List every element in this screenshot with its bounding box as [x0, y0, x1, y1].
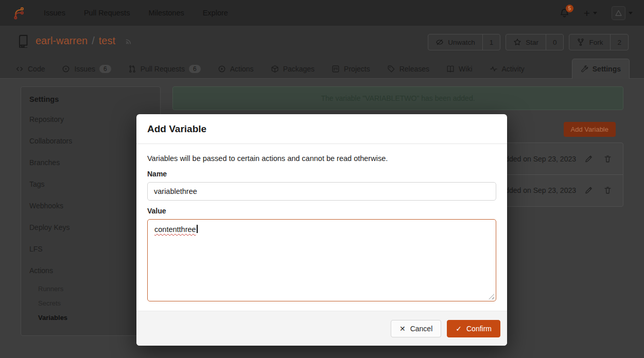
nav-link-milestones[interactable]: Milestones: [148, 9, 184, 17]
tab-label: Issues: [74, 65, 95, 73]
value-text: contentthree: [154, 225, 196, 234]
rss-icon[interactable]: [125, 37, 133, 45]
modal-description: Variables will be passed to certain acti…: [147, 153, 496, 164]
code-icon: [15, 65, 24, 73]
tab-actions[interactable]: Actions: [218, 59, 254, 79]
cancel-label: Cancel: [410, 325, 433, 333]
edit-variable-button[interactable]: [584, 186, 593, 195]
fork-button[interactable]: Fork 2: [569, 34, 629, 50]
chevron-down-icon: [629, 12, 633, 14]
repo-name-link[interactable]: test: [99, 35, 115, 47]
repo-header-area: earl-warren / test Unwatch 1: [0, 26, 644, 79]
delete-variable-button[interactable]: [603, 186, 612, 195]
star-label: Star: [526, 39, 538, 46]
tab-label: Settings: [593, 65, 621, 73]
repo-breadcrumb: earl-warren / test: [36, 35, 115, 47]
star-button[interactable]: Star 0: [506, 34, 564, 50]
book-icon: [446, 65, 455, 73]
plus-icon: +: [584, 8, 590, 19]
confirm-label: Confirm: [466, 325, 492, 333]
repo-icon: [15, 34, 29, 48]
forgejo-logo-icon[interactable]: [11, 6, 25, 20]
nav-link-issues[interactable]: Issues: [44, 9, 65, 17]
variable-name-input[interactable]: [147, 182, 496, 201]
notification-count-badge: 5: [566, 5, 573, 12]
tab-settings[interactable]: Settings: [572, 59, 630, 79]
value-field-label: Value: [147, 207, 496, 215]
variable-value-textarea[interactable]: contentthree: [147, 219, 496, 301]
star-count[interactable]: 0: [546, 34, 564, 50]
wrench-icon: [581, 65, 588, 73]
pencil-icon: [584, 186, 593, 195]
unwatch-label: Unwatch: [448, 39, 475, 46]
trash-icon: [603, 186, 612, 195]
modal-body: Variables will be passed to certain acti…: [136, 144, 507, 301]
tab-label: Packages: [283, 65, 315, 73]
tab-projects[interactable]: Projects: [332, 59, 370, 79]
navbar-right: 5 +: [560, 6, 633, 20]
tab-label: Wiki: [459, 65, 472, 73]
pencil-icon: [584, 154, 593, 163]
tab-label: Code: [28, 65, 45, 73]
tab-wiki[interactable]: Wiki: [446, 59, 472, 79]
pull-request-icon: [128, 65, 136, 73]
text-cursor: [197, 225, 198, 233]
confirm-button[interactable]: ✓ Confirm: [447, 320, 500, 337]
check-icon: ✓: [456, 325, 462, 332]
user-menu-dropdown[interactable]: [612, 6, 633, 20]
eye-slash-icon: [436, 38, 444, 46]
delete-variable-button[interactable]: [603, 154, 612, 163]
tag-icon: [387, 65, 395, 73]
repo-owner-link[interactable]: earl-warren: [36, 35, 88, 47]
trash-icon: [603, 154, 612, 163]
create-new-dropdown[interactable]: +: [584, 8, 597, 19]
play-circle-icon: [218, 65, 226, 73]
notifications-button[interactable]: 5: [560, 8, 569, 18]
breadcrumb-separator: /: [92, 35, 95, 47]
tab-label: Releases: [399, 65, 429, 73]
fork-icon: [577, 38, 585, 46]
flash-text: The variable "VARIABLETWO" has been adde…: [321, 94, 475, 102]
repo-tab-bar: Code Issues 6 Pull Requests 6 Actions: [15, 59, 630, 79]
chevron-down-icon: [593, 12, 597, 14]
avatar: [612, 6, 625, 20]
package-icon: [271, 65, 279, 73]
nav-link-pull-requests[interactable]: Pull Requests: [84, 9, 130, 17]
tab-pull-requests[interactable]: Pull Requests 6: [128, 59, 201, 79]
tab-label: Pull Requests: [141, 65, 185, 73]
sidebar-title: Settings: [21, 87, 160, 109]
modal-header: Add Variable: [136, 114, 507, 144]
nav-link-explore[interactable]: Explore: [203, 9, 228, 17]
add-variable-button[interactable]: Add Variable: [564, 122, 616, 137]
watch-count[interactable]: 1: [482, 34, 500, 50]
pulse-icon: [490, 65, 498, 73]
cancel-button[interactable]: ✕ Cancel: [391, 320, 441, 337]
name-field-label: Name: [147, 170, 496, 178]
tab-label: Actions: [230, 65, 254, 73]
tab-issues[interactable]: Issues 6: [62, 59, 111, 79]
star-icon: [513, 38, 521, 46]
tab-badge: 6: [189, 65, 201, 73]
fork-count[interactable]: 2: [610, 34, 628, 50]
add-variable-modal: Add Variable Variables will be passed to…: [136, 114, 507, 346]
repo-title-row: earl-warren / test: [15, 34, 133, 48]
tab-code[interactable]: Code: [15, 59, 45, 79]
edit-variable-button[interactable]: [584, 154, 593, 163]
tab-releases[interactable]: Releases: [387, 59, 429, 79]
unwatch-button[interactable]: Unwatch 1: [428, 34, 500, 50]
tab-activity[interactable]: Activity: [490, 59, 525, 79]
project-board-icon: [332, 65, 340, 73]
repo-action-buttons: Unwatch 1 Star 0: [428, 34, 629, 50]
row-added-date: Added on Sep 23, 2023: [500, 155, 576, 163]
close-icon: ✕: [399, 325, 406, 332]
resize-grip[interactable]: [489, 294, 494, 299]
tab-label: Activity: [502, 65, 525, 73]
top-navbar: Issues Pull Requests Milestones Explore …: [0, 0, 644, 26]
modal-footer: ✕ Cancel ✓ Confirm: [136, 311, 507, 346]
flash-success-message: The variable "VARIABLETWO" has been adde…: [172, 86, 623, 110]
issue-icon: [62, 65, 70, 73]
tab-label: Projects: [344, 65, 370, 73]
tab-packages[interactable]: Packages: [271, 59, 315, 79]
tab-badge: 6: [99, 65, 111, 73]
fork-label: Fork: [589, 39, 603, 46]
